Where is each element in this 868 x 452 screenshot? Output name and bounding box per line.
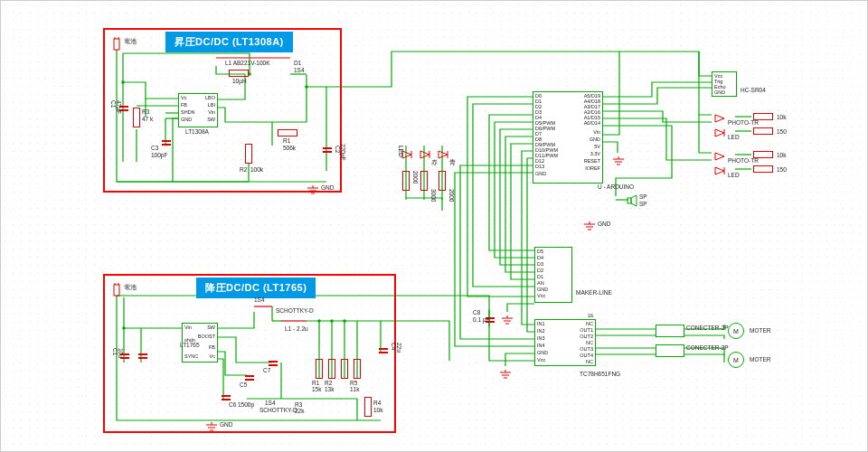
- pin: LBI: [208, 103, 215, 108]
- motor1: MOTER: [750, 328, 770, 334]
- r1b-val: 506k: [283, 146, 296, 152]
- led-icon: [713, 111, 726, 122]
- c3: [162, 137, 171, 149]
- gnd-icon: [583, 218, 596, 227]
- c6-ref: C6: [229, 402, 236, 409]
- ledr3v: 2000: [448, 189, 454, 202]
- r2-boost: [245, 144, 252, 164]
- svg-marker-51: [715, 153, 724, 160]
- gnd-icon: [307, 182, 319, 191]
- photo1: PHOTO-TR: [728, 120, 759, 127]
- gnd: GND: [220, 422, 232, 428]
- motor-icon: M: [728, 352, 744, 368]
- c1b-val: 47µF: [115, 100, 121, 114]
- pled1: LED: [728, 135, 740, 141]
- c3-ref: C3: [151, 146, 158, 152]
- maker-line-name: MAKER-LINE: [576, 290, 612, 297]
- svg-marker-35: [631, 195, 637, 206]
- ledr2v: 3000: [429, 189, 436, 202]
- led-icon: [419, 147, 431, 158]
- r2bkv: 13k: [325, 387, 334, 393]
- c4-buck: [379, 344, 388, 357]
- pr1: [753, 113, 773, 120]
- led1-color: 赤: [431, 160, 438, 166]
- pr3: [753, 151, 773, 158]
- r5: [354, 359, 361, 379]
- pr4v: 150: [777, 167, 787, 174]
- d3-buck-val: SCHOTTKY-D: [259, 408, 297, 414]
- maker-line-chip: D5 D4 D3 D2 D1 AN GND Vcc: [534, 247, 572, 303]
- d1-ref: D1: [294, 61, 301, 67]
- r3-buck: [341, 359, 348, 379]
- r3bkv: 22k: [295, 409, 304, 415]
- battery-icon: [111, 37, 122, 52]
- c8-ref: C8: [473, 310, 480, 316]
- d2-buck: SCHOTTKY-D: [276, 308, 314, 315]
- pin: Vin: [184, 325, 192, 331]
- pin: GND: [181, 118, 192, 123]
- sp-label: SP: [639, 194, 647, 201]
- lt1308a-chip: Vc FB SHDN GND LBO LBI Vin SW: [178, 93, 218, 127]
- led1: LED: [397, 146, 403, 157]
- d1-val: 1S4: [294, 68, 305, 74]
- led-icon: [713, 126, 726, 137]
- arduino-name: U - ARDUINO: [598, 184, 634, 191]
- d3-buck-ref: 1S4: [265, 400, 276, 407]
- pled2: LED: [728, 173, 740, 179]
- buck-title: 降圧DC/DC (LT1765): [196, 278, 316, 298]
- motor2: MOTER: [750, 357, 770, 363]
- c3-val: 100pF: [151, 153, 167, 159]
- hcsr04-name: HC-SR04: [741, 88, 766, 94]
- pin: SW: [207, 118, 215, 123]
- svg-rect-17: [114, 285, 119, 296]
- pin: SYNC: [184, 354, 198, 360]
- ledr1: [402, 171, 410, 191]
- boost-title: 昇圧DC/DC (LT1308A): [165, 32, 293, 52]
- hcsr04-chip: Vcc Trig Echo GND: [712, 71, 737, 97]
- r2-buck: [328, 359, 335, 379]
- r5-val: 11k: [350, 387, 359, 393]
- svg-rect-10: [114, 39, 119, 50]
- gnd: GND: [321, 185, 334, 192]
- pin: FB: [181, 103, 187, 108]
- r1-buck: [316, 359, 323, 379]
- pin: Vin: [208, 110, 215, 116]
- battery-icon: [111, 283, 122, 297]
- battery1-label: 電池: [124, 39, 137, 45]
- connector-2: [656, 344, 684, 357]
- photo2: PHOTO-TR: [728, 158, 759, 165]
- speaker-icon: [627, 194, 637, 207]
- r4-buck: [364, 397, 372, 417]
- gnd-icon: [501, 312, 514, 321]
- svg-marker-30: [420, 151, 429, 158]
- c1bk-val: 10u: [117, 348, 123, 358]
- led-icon: [713, 149, 726, 160]
- lt1765-name: LT1765: [180, 343, 200, 349]
- l1-buck: L1 - 2.2u: [285, 326, 308, 333]
- schematic-canvas: 昇圧DC/DC (LT1308A) 電池 Vc FB SHDN GND LBO …: [0, 0, 868, 452]
- svg-rect-34: [627, 198, 631, 203]
- l1-val: 10µH: [232, 79, 247, 85]
- pr2: [753, 127, 773, 135]
- gnd-icon: [205, 419, 218, 428]
- pin: Vc: [181, 96, 186, 101]
- r1b-ref: R1: [283, 138, 290, 145]
- svg-marker-48: [715, 115, 724, 122]
- battery2-label: 電池: [124, 285, 137, 291]
- lt1308a-name: LT1308A: [185, 129, 209, 136]
- c2b-val: 220µF: [339, 144, 345, 161]
- driver-name: TC78H651FNG: [580, 372, 620, 378]
- led2-color: 青: [449, 160, 456, 166]
- r1bkv: 15k: [312, 387, 321, 393]
- svg-marker-49: [715, 129, 724, 137]
- c5-ref: C5: [240, 382, 247, 389]
- pr2v: 150: [777, 129, 787, 136]
- l1-ref: L1 AB221V-100K: [225, 61, 270, 67]
- conn1: CONECTER-2P: [686, 325, 729, 332]
- gnd-icon: [612, 153, 625, 162]
- d1-buck: 1S4: [254, 297, 265, 304]
- r2b-ref: R2: [240, 167, 247, 174]
- led-icon: [437, 147, 449, 158]
- arduino-chip: D0 D1 D2 D3 D4 D5/PWM D6/PWM D7 D8 D9/PW…: [533, 91, 603, 184]
- pin: Vc: [210, 354, 215, 360]
